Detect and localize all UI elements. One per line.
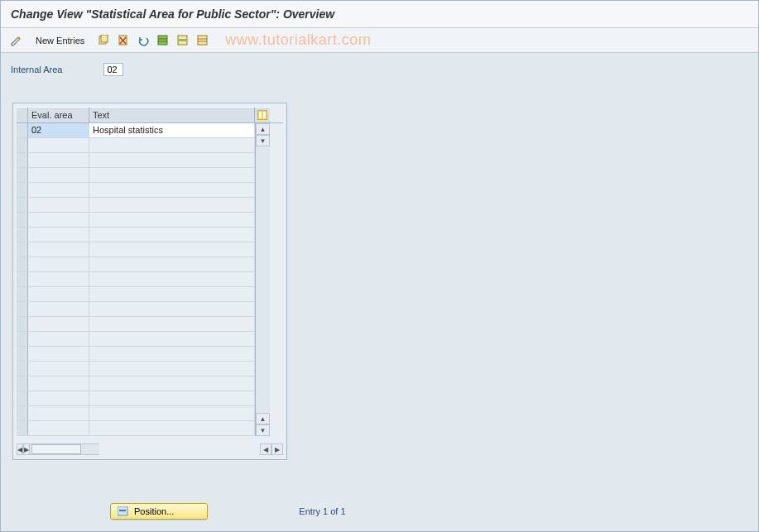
cell-eval-area[interactable]: [28, 317, 89, 331]
cell-text[interactable]: [89, 406, 255, 420]
cell-eval-area[interactable]: [28, 421, 89, 435]
scroll-down-small-icon[interactable]: ▼: [256, 135, 270, 146]
column-eval-area[interactable]: Eval. area: [28, 107, 89, 122]
row-selector[interactable]: [17, 138, 28, 152]
cell-eval-area[interactable]: [28, 332, 89, 346]
copy-icon[interactable]: [96, 33, 111, 48]
cell-eval-area[interactable]: [28, 376, 89, 391]
row-selector[interactable]: [17, 287, 28, 301]
cell-text[interactable]: [89, 272, 255, 286]
hscroll-left-icon[interactable]: ◀: [17, 443, 23, 455]
hscroll-left-end-icon[interactable]: ◀: [260, 443, 271, 455]
row-selector[interactable]: [17, 183, 28, 197]
undo-icon[interactable]: [136, 33, 151, 48]
select-all-column-head[interactable]: [17, 107, 28, 122]
svg-rect-15: [263, 112, 266, 118]
row-selector[interactable]: [17, 272, 28, 286]
cell-text[interactable]: [89, 421, 255, 435]
cell-eval-area[interactable]: [28, 257, 89, 271]
cell-text[interactable]: [89, 242, 255, 256]
row-selector[interactable]: [17, 228, 28, 242]
cell-text[interactable]: [89, 362, 255, 376]
cell-text[interactable]: Hospital statistics: [89, 123, 255, 137]
hscroll-right-end-icon[interactable]: ▶: [271, 443, 283, 455]
cell-eval-area[interactable]: [28, 406, 89, 420]
cell-text[interactable]: [89, 183, 255, 197]
cell-text[interactable]: [89, 213, 255, 227]
scroll-up-icon[interactable]: ▲: [256, 123, 270, 135]
configure-columns-icon[interactable]: [255, 107, 270, 122]
cell-text[interactable]: [89, 302, 255, 316]
cell-text[interactable]: [89, 198, 255, 212]
scroll-down-icon[interactable]: ▼: [256, 424, 270, 436]
new-entries-button[interactable]: New Entries: [29, 34, 91, 47]
table-row: [17, 347, 255, 362]
cell-text[interactable]: [89, 332, 255, 346]
row-selector[interactable]: [17, 317, 28, 331]
table-row: 02Hospital statistics: [17, 123, 255, 138]
title-text: Change View "Statistical Area for Public…: [11, 7, 334, 21]
cell-text[interactable]: [89, 391, 255, 405]
entry-count: Entry 1 of 1: [299, 506, 345, 516]
row-selector[interactable]: [17, 153, 28, 167]
row-selector[interactable]: [17, 347, 28, 361]
cell-text[interactable]: [89, 287, 255, 301]
cell-text[interactable]: [89, 168, 255, 182]
cell-eval-area[interactable]: [28, 242, 89, 256]
cell-text[interactable]: [89, 138, 255, 152]
cell-eval-area[interactable]: [28, 213, 89, 227]
svg-rect-10: [198, 36, 207, 45]
cell-eval-area[interactable]: [28, 302, 89, 316]
vertical-scrollbar[interactable]: ▲ ▼ ▲ ▼: [255, 123, 270, 436]
cell-eval-area[interactable]: [28, 228, 89, 242]
row-selector[interactable]: [17, 302, 28, 316]
cell-eval-area[interactable]: [28, 287, 89, 301]
row-selector[interactable]: [17, 406, 28, 420]
row-selector[interactable]: [17, 391, 28, 405]
row-selector[interactable]: [17, 168, 28, 182]
cell-eval-area[interactable]: [28, 391, 89, 405]
row-selector[interactable]: [17, 362, 28, 376]
table-row: [17, 168, 255, 183]
vscroll-track[interactable]: [256, 146, 270, 413]
cell-eval-area[interactable]: [28, 168, 89, 182]
cell-text[interactable]: [89, 376, 255, 391]
cell-text[interactable]: [89, 153, 255, 167]
position-icon: [118, 506, 129, 516]
cell-eval-area[interactable]: [28, 347, 89, 361]
row-selector[interactable]: [17, 213, 28, 227]
position-button[interactable]: Position...: [110, 503, 208, 520]
scroll-up-end-icon[interactable]: ▲: [256, 413, 270, 424]
row-selector[interactable]: [17, 376, 28, 391]
cell-eval-area[interactable]: [28, 362, 89, 376]
toggle-edit-icon[interactable]: [9, 33, 24, 48]
row-selector[interactable]: [17, 198, 28, 212]
table-row: [17, 362, 255, 376]
column-text[interactable]: Text: [89, 107, 255, 122]
svg-rect-14: [259, 112, 262, 118]
cell-eval-area[interactable]: [28, 153, 89, 167]
row-selector[interactable]: [17, 332, 28, 346]
hscroll-right-icon[interactable]: ▶: [23, 443, 30, 455]
cell-text[interactable]: [89, 317, 255, 331]
delete-icon[interactable]: [116, 33, 131, 48]
cell-eval-area[interactable]: 02: [28, 123, 89, 137]
cell-eval-area[interactable]: [28, 183, 89, 197]
cell-eval-area[interactable]: [28, 198, 89, 212]
cell-text[interactable]: [89, 228, 255, 242]
row-selector[interactable]: [17, 257, 28, 271]
internal-area-field[interactable]: [103, 63, 123, 76]
select-block-icon[interactable]: [175, 33, 190, 48]
cell-text[interactable]: [89, 347, 255, 361]
row-selector[interactable]: [17, 242, 28, 256]
hscroll-thumb[interactable]: [31, 444, 81, 454]
hscroll-track[interactable]: [30, 443, 99, 455]
cell-eval-area[interactable]: [28, 272, 89, 286]
row-selector[interactable]: [17, 123, 28, 137]
select-all-icon[interactable]: [156, 33, 171, 48]
row-selector[interactable]: [17, 421, 28, 435]
svg-rect-13: [257, 110, 267, 120]
cell-text[interactable]: [89, 257, 255, 271]
cell-eval-area[interactable]: [28, 138, 89, 152]
deselect-all-icon[interactable]: [195, 33, 210, 48]
